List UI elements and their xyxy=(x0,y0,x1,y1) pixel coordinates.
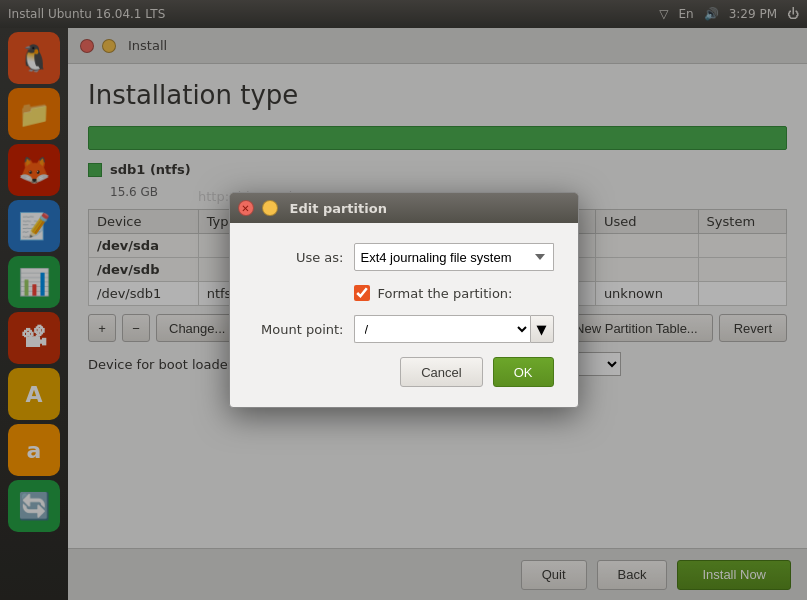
ok-button[interactable]: OK xyxy=(493,357,554,387)
cancel-button[interactable]: Cancel xyxy=(400,357,482,387)
use-as-row: Use as: Ext4 journaling file systemExt3 … xyxy=(254,243,554,271)
format-label: Format the partition: xyxy=(378,286,513,301)
mount-dropdown-btn[interactable]: ▼ xyxy=(530,315,554,343)
edit-partition-dialog: ✕ Edit partition Use as: Ext4 journaling… xyxy=(229,192,579,408)
dialog-min-button[interactable] xyxy=(262,200,278,216)
modal-overlay: ✕ Edit partition Use as: Ext4 journaling… xyxy=(0,0,807,600)
mount-point-row: Mount point: //boot/home/tmp/usr/var/srv… xyxy=(254,315,554,343)
dialog-title: Edit partition xyxy=(290,201,387,216)
use-as-select[interactable]: Ext4 journaling file systemExt3 journali… xyxy=(354,243,554,271)
mount-select-container: //boot/home/tmp/usr/var/srv/opt ▼ xyxy=(354,315,554,343)
use-as-select-container: Ext4 journaling file systemExt3 journali… xyxy=(354,243,554,271)
dialog-buttons: Cancel OK xyxy=(254,357,554,387)
dialog-close-button[interactable]: ✕ xyxy=(238,200,254,216)
dialog-title-bar: ✕ Edit partition xyxy=(230,193,578,223)
format-checkbox[interactable] xyxy=(354,285,370,301)
dialog-body: Use as: Ext4 journaling file systemExt3 … xyxy=(230,223,578,407)
format-checkbox-row: Format the partition: xyxy=(254,285,554,301)
mount-point-select[interactable]: //boot/home/tmp/usr/var/srv/opt xyxy=(354,315,530,343)
mount-point-label: Mount point: xyxy=(254,322,344,337)
use-as-label: Use as: xyxy=(254,250,344,265)
